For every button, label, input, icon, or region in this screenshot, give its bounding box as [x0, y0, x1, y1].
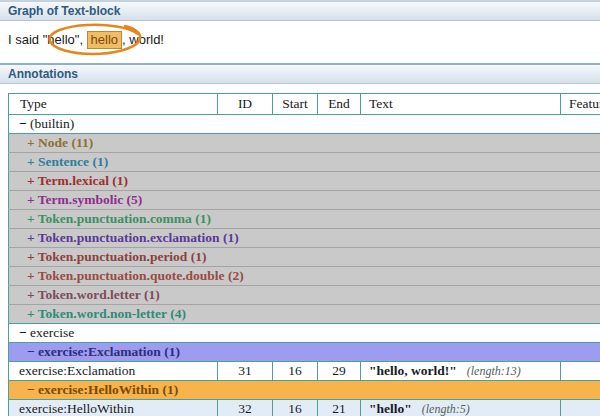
column-header-end: End [318, 94, 361, 115]
row-label: Token.word.non-letter (4) [38, 306, 186, 321]
row-label: Token.punctuation.quote.double (2) [38, 268, 244, 283]
annotation-end: 29 [318, 362, 361, 381]
graph-area: I said "hello", hello, world! [0, 21, 600, 63]
column-header-text: Text [361, 94, 561, 115]
text-after-highlight: , world! [122, 32, 164, 47]
type-group-row-token-punctuation-period-1[interactable]: + Token.punctuation.period (1) [9, 248, 600, 267]
annotation-row-exercise-hellowithin[interactable]: exercise:HelloWithin321621"hello"(length… [9, 400, 600, 416]
row-label: exercise:Exclamation (1) [38, 344, 180, 359]
collapse-icon[interactable]: − [27, 382, 38, 397]
column-header-type: Type [9, 94, 218, 115]
expand-icon[interactable]: + [27, 173, 38, 188]
row-label: exercise [30, 325, 74, 340]
expand-icon[interactable]: + [27, 287, 38, 302]
highlighted-span[interactable]: hello [87, 31, 122, 49]
expand-icon[interactable]: + [27, 268, 38, 283]
row-label: Token.punctuation.period (1) [38, 249, 207, 264]
annotation-start: 16 [273, 400, 318, 416]
namespace-row-builtin[interactable]: − (builtin) [9, 115, 600, 134]
annotation-type: exercise:Exclamation [9, 362, 218, 381]
annotation-id: 32 [218, 400, 273, 416]
annotation-text: "hello, world!" [369, 363, 457, 378]
column-header-start: Start [273, 94, 318, 115]
expand-icon[interactable]: + [27, 306, 38, 321]
annotations-table: TypeIDStartEndTextFeatures − (builtin)+ … [8, 93, 600, 416]
annotations-section-header: Annotations [0, 63, 600, 84]
graph-section-title: Graph of Text-block [8, 4, 120, 18]
collapse-icon[interactable]: − [19, 325, 30, 340]
annotation-text: "hello" [369, 401, 412, 416]
expand-icon[interactable]: + [27, 192, 38, 207]
row-label: Token.punctuation.comma (1) [38, 211, 211, 226]
expand-icon[interactable]: + [27, 249, 38, 264]
row-label: Token.word.letter (1) [38, 287, 160, 302]
annotation-length: (length:13) [467, 364, 521, 378]
graph-section-header: Graph of Text-block [0, 0, 600, 21]
annotations-table-container: TypeIDStartEndTextFeatures − (builtin)+ … [8, 93, 600, 416]
row-label: Sentence (1) [38, 154, 108, 169]
type-group-row-sentence-1[interactable]: + Sentence (1) [9, 153, 600, 172]
annotation-start: 16 [273, 362, 318, 381]
namespace-row-exercise[interactable]: − exercise [9, 324, 600, 343]
annotation-text-cell: "hello"(length:5) [361, 400, 561, 416]
text-block: I said "hello", hello, world! [8, 32, 164, 47]
table-header-row: TypeIDStartEndTextFeatures [9, 94, 600, 115]
annotation-text-cell: "hello, world!"(length:13) [361, 362, 561, 381]
type-group-row-exercise-hellowithin-1[interactable]: − exercise:HelloWithin (1) [9, 381, 600, 400]
row-label: exercise:HelloWithin (1) [38, 382, 178, 397]
row-label: Node (11) [38, 135, 93, 150]
annotation-features [561, 362, 600, 381]
annotation-id: 31 [218, 362, 273, 381]
type-group-row-token-word-letter-1[interactable]: + Token.word.letter (1) [9, 286, 600, 305]
collapse-icon[interactable]: − [19, 116, 30, 131]
column-header-features: Features [561, 94, 600, 115]
type-group-row-term-lexical-1[interactable]: + Term.lexical (1) [9, 172, 600, 191]
row-label: Term.lexical (1) [38, 173, 128, 188]
annotation-features [561, 400, 600, 416]
type-group-row-node-11[interactable]: + Node (11) [9, 134, 600, 153]
annotation-length: (length:5) [422, 402, 470, 416]
annotation-end: 21 [318, 400, 361, 416]
annotation-row-exercise-exclamation[interactable]: exercise:Exclamation311629"hello, world!… [9, 362, 600, 381]
row-label: Term.symbolic (5) [38, 192, 143, 207]
expand-icon[interactable]: + [27, 230, 38, 245]
type-group-row-token-punctuation-comma-1[interactable]: + Token.punctuation.comma (1) [9, 210, 600, 229]
type-group-row-exercise-exclamation-1[interactable]: − exercise:Exclamation (1) [9, 343, 600, 362]
row-label: (builtin) [30, 116, 74, 131]
expand-icon[interactable]: + [27, 135, 38, 150]
annotation-type: exercise:HelloWithin [9, 400, 218, 416]
expand-icon[interactable]: + [27, 211, 38, 226]
collapse-icon[interactable]: − [27, 344, 38, 359]
text-before-highlight: I said "hello", [8, 32, 87, 47]
type-group-row-token-punctuation-exclamation-1[interactable]: + Token.punctuation.exclamation (1) [9, 229, 600, 248]
annotations-section-title: Annotations [8, 67, 78, 81]
type-group-row-token-punctuation-quote-double-2[interactable]: + Token.punctuation.quote.double (2) [9, 267, 600, 286]
column-header-id: ID [218, 94, 273, 115]
type-group-row-term-symbolic-5[interactable]: + Term.symbolic (5) [9, 191, 600, 210]
type-group-row-token-word-non-letter-4[interactable]: + Token.word.non-letter (4) [9, 305, 600, 324]
row-label: Token.punctuation.exclamation (1) [38, 230, 239, 245]
expand-icon[interactable]: + [27, 154, 38, 169]
